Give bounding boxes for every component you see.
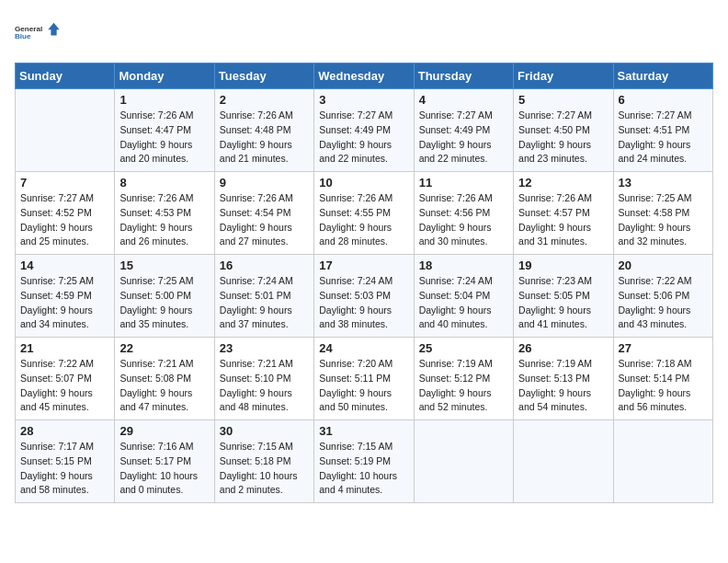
daylight-text: Daylight: 9 hours and 32 minutes. <box>619 221 708 250</box>
daylight-text: Daylight: 9 hours and 34 minutes. <box>20 304 109 333</box>
day-number: 19 <box>518 259 608 272</box>
calendar-cell: 11Sunrise: 7:26 AMSunset: 4:56 PMDayligh… <box>414 172 513 255</box>
day-number: 21 <box>20 341 109 355</box>
day-number: 31 <box>319 424 408 438</box>
day-number: 28 <box>20 424 109 438</box>
sunrise-text: Sunrise: 7:24 AM <box>319 274 408 289</box>
daylight-text: Daylight: 9 hours and 30 minutes. <box>419 221 508 250</box>
calendar-cell: 23Sunrise: 7:21 AMSunset: 5:10 PMDayligh… <box>214 338 313 420</box>
calendar-table: SundayMondayTuesdayWednesdayThursdayFrid… <box>15 63 713 503</box>
calendar-cell: 8Sunrise: 7:26 AMSunset: 4:53 PMDaylight… <box>115 172 214 255</box>
day-number: 26 <box>518 341 608 355</box>
calendar-cell: 14Sunrise: 7:25 AMSunset: 4:59 PMDayligh… <box>16 255 115 338</box>
day-detail: Sunrise: 7:24 AMSunset: 5:04 PMDaylight:… <box>419 274 508 332</box>
sunset-text: Sunset: 5:12 PM <box>419 372 508 386</box>
sunrise-text: Sunrise: 7:25 AM <box>619 191 708 206</box>
day-detail: Sunrise: 7:24 AMSunset: 5:01 PMDaylight:… <box>220 274 309 332</box>
sunrise-text: Sunrise: 7:22 AM <box>619 274 708 289</box>
sunset-text: Sunset: 5:13 PM <box>518 372 608 386</box>
day-number: 20 <box>619 259 708 272</box>
sunrise-text: Sunrise: 7:22 AM <box>20 357 109 372</box>
svg-marker-2 <box>48 23 60 36</box>
header-friday: Friday <box>514 63 613 89</box>
sunrise-text: Sunrise: 7:23 AM <box>518 274 608 289</box>
calendar-cell <box>414 420 513 503</box>
calendar-cell: 1Sunrise: 7:26 AMSunset: 4:47 PMDaylight… <box>115 89 214 172</box>
day-number: 10 <box>319 176 408 190</box>
calendar-cell <box>514 420 613 503</box>
sunset-text: Sunset: 4:59 PM <box>20 289 109 304</box>
sunrise-text: Sunrise: 7:19 AM <box>419 357 508 372</box>
calendar-cell: 13Sunrise: 7:25 AMSunset: 4:58 PMDayligh… <box>613 172 712 255</box>
day-detail: Sunrise: 7:15 AMSunset: 5:18 PMDaylight:… <box>220 440 309 498</box>
sunrise-text: Sunrise: 7:26 AM <box>220 109 309 123</box>
day-detail: Sunrise: 7:15 AMSunset: 5:19 PMDaylight:… <box>319 440 408 498</box>
calendar-cell: 19Sunrise: 7:23 AMSunset: 5:05 PMDayligh… <box>514 255 613 338</box>
calendar-cell: 12Sunrise: 7:26 AMSunset: 4:57 PMDayligh… <box>514 172 613 255</box>
daylight-text: Daylight: 9 hours and 22 minutes. <box>419 138 508 167</box>
day-number: 29 <box>119 424 209 438</box>
day-number: 2 <box>220 93 309 107</box>
daylight-text: Daylight: 9 hours and 41 minutes. <box>518 304 608 333</box>
calendar-cell: 24Sunrise: 7:20 AMSunset: 5:11 PMDayligh… <box>314 338 414 420</box>
header-tuesday: Tuesday <box>214 63 313 89</box>
sunrise-text: Sunrise: 7:21 AM <box>119 357 209 372</box>
page-header: General Blue <box>15 15 713 52</box>
sunset-text: Sunset: 4:55 PM <box>319 206 408 221</box>
calendar-cell: 5Sunrise: 7:27 AMSunset: 4:50 PMDaylight… <box>514 89 613 172</box>
calendar-cell: 3Sunrise: 7:27 AMSunset: 4:49 PMDaylight… <box>314 89 414 172</box>
sunset-text: Sunset: 4:56 PM <box>419 206 508 221</box>
calendar-cell: 15Sunrise: 7:25 AMSunset: 5:00 PMDayligh… <box>115 255 214 338</box>
sunrise-text: Sunrise: 7:24 AM <box>220 274 309 289</box>
calendar-cell: 28Sunrise: 7:17 AMSunset: 5:15 PMDayligh… <box>16 420 115 503</box>
sunrise-text: Sunrise: 7:25 AM <box>20 274 109 289</box>
sunrise-text: Sunrise: 7:19 AM <box>518 357 608 372</box>
header-thursday: Thursday <box>414 63 513 89</box>
sunset-text: Sunset: 4:50 PM <box>518 123 608 138</box>
day-detail: Sunrise: 7:27 AMSunset: 4:52 PMDaylight:… <box>20 191 109 249</box>
calendar-cell: 2Sunrise: 7:26 AMSunset: 4:48 PMDaylight… <box>214 89 313 172</box>
day-detail: Sunrise: 7:19 AMSunset: 5:12 PMDaylight:… <box>419 357 508 415</box>
day-number: 24 <box>319 341 408 355</box>
day-number: 23 <box>220 341 309 355</box>
day-detail: Sunrise: 7:27 AMSunset: 4:49 PMDaylight:… <box>419 109 508 167</box>
sunset-text: Sunset: 4:47 PM <box>119 123 209 138</box>
sunset-text: Sunset: 4:57 PM <box>518 206 608 221</box>
day-number: 6 <box>619 93 708 107</box>
week-row-3: 14Sunrise: 7:25 AMSunset: 4:59 PMDayligh… <box>16 255 713 338</box>
daylight-text: Daylight: 9 hours and 22 minutes. <box>319 138 408 167</box>
week-row-4: 21Sunrise: 7:22 AMSunset: 5:07 PMDayligh… <box>16 338 713 420</box>
sunrise-text: Sunrise: 7:26 AM <box>319 191 408 206</box>
sunrise-text: Sunrise: 7:26 AM <box>419 191 508 206</box>
calendar-cell: 27Sunrise: 7:18 AMSunset: 5:14 PMDayligh… <box>613 338 712 420</box>
svg-text:General: General <box>15 25 42 33</box>
sunset-text: Sunset: 5:08 PM <box>119 372 209 386</box>
sunset-text: Sunset: 4:49 PM <box>319 123 408 138</box>
sunset-text: Sunset: 4:49 PM <box>419 123 508 138</box>
day-number: 5 <box>518 93 608 107</box>
daylight-text: Daylight: 9 hours and 38 minutes. <box>319 304 408 333</box>
day-number: 9 <box>220 176 309 190</box>
logo-svg: General Blue <box>15 15 61 52</box>
header-wednesday: Wednesday <box>314 63 414 89</box>
daylight-text: Daylight: 10 hours and 2 minutes. <box>220 469 309 499</box>
calendar-cell: 17Sunrise: 7:24 AMSunset: 5:03 PMDayligh… <box>314 255 414 338</box>
sunrise-text: Sunrise: 7:27 AM <box>20 191 109 206</box>
day-number: 25 <box>419 341 508 355</box>
daylight-text: Daylight: 10 hours and 4 minutes. <box>319 469 408 499</box>
day-detail: Sunrise: 7:26 AMSunset: 4:53 PMDaylight:… <box>119 191 209 249</box>
week-row-2: 7Sunrise: 7:27 AMSunset: 4:52 PMDaylight… <box>16 172 713 255</box>
day-detail: Sunrise: 7:25 AMSunset: 4:58 PMDaylight:… <box>619 191 708 249</box>
day-number: 22 <box>119 341 209 355</box>
day-detail: Sunrise: 7:25 AMSunset: 5:00 PMDaylight:… <box>119 274 209 332</box>
week-row-1: 1Sunrise: 7:26 AMSunset: 4:47 PMDaylight… <box>16 89 713 172</box>
sunset-text: Sunset: 5:03 PM <box>319 289 408 304</box>
day-number: 17 <box>319 259 408 272</box>
daylight-text: Daylight: 9 hours and 28 minutes. <box>319 221 408 250</box>
calendar-cell: 16Sunrise: 7:24 AMSunset: 5:01 PMDayligh… <box>214 255 313 338</box>
daylight-text: Daylight: 9 hours and 25 minutes. <box>20 221 109 250</box>
header-saturday: Saturday <box>613 63 712 89</box>
day-number: 4 <box>419 93 508 107</box>
sunset-text: Sunset: 4:48 PM <box>220 123 309 138</box>
daylight-text: Daylight: 9 hours and 43 minutes. <box>619 304 708 333</box>
